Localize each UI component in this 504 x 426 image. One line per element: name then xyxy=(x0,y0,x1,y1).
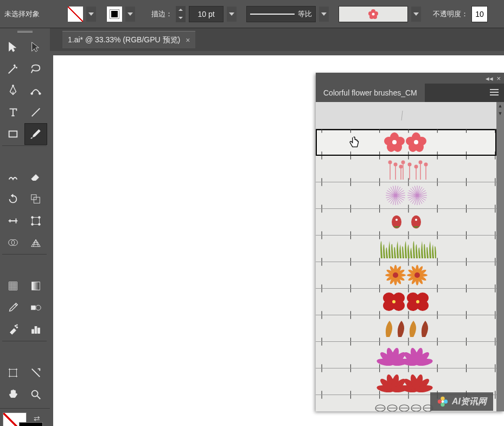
svg-point-5 xyxy=(372,12,375,15)
slice-tool[interactable] xyxy=(25,363,47,383)
blend-tool[interactable] xyxy=(25,297,47,318)
brush-item-orange-daisy[interactable] xyxy=(316,262,496,289)
svg-rect-29 xyxy=(10,370,17,377)
shaper-tool[interactable] xyxy=(2,167,24,188)
brush-item-magenta-fan[interactable] xyxy=(316,342,496,368)
line-segment-tool[interactable] xyxy=(25,102,47,123)
svg-point-7 xyxy=(31,93,33,95)
brush-preview-icon xyxy=(379,263,433,287)
panel-handle[interactable] xyxy=(0,28,50,35)
brush-item-pink-pins[interactable] xyxy=(316,156,496,182)
watermark-text: AI资讯网 xyxy=(452,396,487,408)
selection-status: 未选择对象 xyxy=(4,9,40,19)
fill-dropdown[interactable] xyxy=(86,7,96,22)
svg-point-221 xyxy=(414,272,420,278)
flower-icon xyxy=(362,8,384,21)
svg-point-23 xyxy=(15,325,16,327)
variable-width-profile[interactable]: 等比 xyxy=(246,6,316,22)
stroke-label: 描边： xyxy=(151,9,173,19)
vertical-scrollbar[interactable]: ▲ ▼ xyxy=(496,102,504,411)
document-tab[interactable]: 1.ai* @ 33.33% (RGB/GPU 预览) × xyxy=(62,31,195,48)
symbol-sprayer-tool[interactable] xyxy=(2,319,24,340)
svg-point-25 xyxy=(16,325,17,326)
brush-preview-icon xyxy=(377,237,436,260)
eyedropper-tool[interactable] xyxy=(2,297,24,318)
direct-selection-tool[interactable] xyxy=(25,37,47,58)
watermark: AI资讯网 xyxy=(430,392,493,411)
svg-point-73 xyxy=(388,161,392,164)
rotate-tool[interactable] xyxy=(2,189,24,209)
paintbrush-tool[interactable] xyxy=(25,124,47,144)
brush-item-pink-flower[interactable] xyxy=(316,129,496,156)
brush-preview-icon xyxy=(377,316,436,340)
close-tab-button[interactable]: × xyxy=(186,36,190,44)
brush-item-rosebud[interactable] xyxy=(316,209,496,236)
brush-dropdown[interactable] xyxy=(411,7,421,22)
svg-point-56 xyxy=(406,137,416,145)
zoom-tool[interactable] xyxy=(25,384,47,405)
gradient-tool[interactable] xyxy=(25,276,47,296)
hand-tool[interactable] xyxy=(2,384,24,405)
document-title: 1.ai* @ 33.33% (RGB/GPU 预览) xyxy=(68,35,180,45)
svg-rect-12 xyxy=(33,218,40,225)
mesh-tool[interactable] xyxy=(2,276,24,296)
brush-item-red-4petal[interactable] xyxy=(316,289,496,315)
svg-rect-9 xyxy=(9,131,17,137)
width-tool[interactable] xyxy=(2,211,24,231)
type-tool[interactable] xyxy=(2,102,24,123)
svg-point-336 xyxy=(441,397,444,400)
brush-definition-preview[interactable] xyxy=(339,6,408,22)
shape-builder-tool[interactable] xyxy=(2,232,24,253)
brush-item-none[interactable] xyxy=(316,102,496,129)
stroke-swatch[interactable] xyxy=(107,7,122,22)
perspective-grid-tool[interactable] xyxy=(25,232,47,253)
brush-preview-icon xyxy=(379,183,433,207)
brush-item-purple-burst[interactable] xyxy=(316,182,496,209)
svg-point-14 xyxy=(39,217,41,219)
svg-point-245 xyxy=(416,300,419,303)
close-panel-icon[interactable]: × xyxy=(496,74,501,82)
eraser-tool[interactable] xyxy=(25,167,47,188)
stroke-weight-dropdown[interactable] xyxy=(227,7,237,22)
brush-preview-icon xyxy=(377,290,436,314)
panel-menu-icon[interactable] xyxy=(484,88,504,98)
stroke-weight-stepper[interactable] xyxy=(176,6,186,22)
lasso-tool[interactable] xyxy=(25,59,47,79)
swap-fill-stroke-icon[interactable]: ⇄ xyxy=(34,414,40,423)
collapse-panel-icon[interactable]: ◂◂ xyxy=(486,74,493,82)
column-graph-tool[interactable] xyxy=(25,319,47,340)
selection-tool[interactable] xyxy=(2,37,24,58)
fill-stroke-control[interactable]: ⇄ xyxy=(0,410,50,426)
opacity-field[interactable]: 10 xyxy=(471,6,488,22)
svg-point-15 xyxy=(31,224,34,226)
scroll-up-icon[interactable]: ▲ xyxy=(496,102,504,110)
svg-point-16 xyxy=(39,224,41,226)
scroll-down-icon[interactable]: ▼ xyxy=(496,110,504,117)
svg-line-31 xyxy=(401,111,403,120)
stroke-dropdown[interactable] xyxy=(125,7,135,22)
svg-rect-20 xyxy=(32,282,40,290)
brush-item-autumn-leaf[interactable] xyxy=(316,315,496,342)
svg-point-57 xyxy=(414,140,418,144)
fill-swatch[interactable] xyxy=(68,7,83,22)
stroke-indicator[interactable] xyxy=(20,423,42,426)
svg-point-77 xyxy=(399,165,403,169)
panel-tab[interactable]: Colorful flower brushes_CM xyxy=(316,84,425,102)
profile-dropdown[interactable] xyxy=(319,7,329,22)
rectangle-tool[interactable] xyxy=(2,124,24,144)
brush-preview-icon xyxy=(398,107,414,124)
svg-rect-27 xyxy=(35,327,37,334)
curvature-tool[interactable] xyxy=(25,80,47,101)
free-transform-tool[interactable] xyxy=(25,211,47,231)
svg-point-81 xyxy=(407,163,411,167)
pen-tool[interactable] xyxy=(2,80,24,101)
stroke-weight-field[interactable]: 10 pt xyxy=(189,6,224,22)
artboard-tool[interactable] xyxy=(2,363,24,383)
svg-point-240 xyxy=(392,300,395,303)
scale-tool[interactable] xyxy=(25,189,47,209)
brush-preview-icon xyxy=(379,130,433,154)
brush-item-grass[interactable] xyxy=(316,236,496,262)
brush-item-red-fan[interactable] xyxy=(316,368,496,395)
magic-wand-tool[interactable] xyxy=(2,59,24,79)
svg-rect-26 xyxy=(32,329,34,333)
